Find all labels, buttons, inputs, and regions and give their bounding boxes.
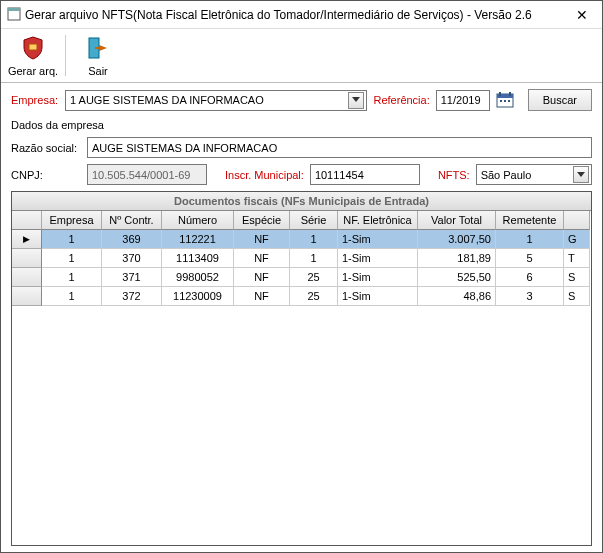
table-cell[interactable]: 1: [496, 230, 564, 249]
table-cell[interactable]: S: [564, 287, 590, 306]
empresa-combo[interactable]: 1 AUGE SISTEMAS DA INFORMACAO: [65, 90, 367, 111]
content-area: Empresa: 1 AUGE SISTEMAS DA INFORMACAO R…: [1, 83, 602, 552]
main-window: Gerar arquivo NFTS(Nota Fiscal Eletrônic…: [0, 0, 603, 553]
column-header[interactable]: Remetente: [496, 211, 564, 230]
row-header[interactable]: [12, 287, 42, 306]
table-cell[interactable]: 112221: [162, 230, 234, 249]
grid-title: Documentos fiscais (NFs Municipais de En…: [12, 192, 591, 211]
table-cell[interactable]: 1-Sim: [338, 287, 418, 306]
column-header[interactable]: Número: [162, 211, 234, 230]
table-cell[interactable]: G: [564, 230, 590, 249]
row-header[interactable]: [12, 249, 42, 268]
svg-rect-10: [504, 100, 506, 102]
shield-icon: [20, 35, 46, 63]
table-cell[interactable]: 1: [42, 249, 102, 268]
nfts-combo-value: São Paulo: [481, 169, 532, 181]
svg-rect-7: [499, 92, 501, 96]
svg-rect-2: [29, 44, 37, 50]
table-cell[interactable]: NF: [234, 268, 290, 287]
table-cell[interactable]: 525,50: [418, 268, 496, 287]
referencia-label: Referência:: [373, 94, 429, 106]
svg-rect-9: [500, 100, 502, 102]
razao-social-input[interactable]: AUGE SISTEMAS DA INFORMACAO: [87, 137, 592, 158]
data-grid[interactable]: EmpresaNº Contr.NúmeroEspécieSérieNF. El…: [12, 211, 591, 306]
empresa-combo-value: 1 AUGE SISTEMAS DA INFORMACAO: [70, 94, 264, 106]
table-cell[interactable]: NF: [234, 249, 290, 268]
table-cell[interactable]: 1: [42, 287, 102, 306]
inscr-label: Inscr. Municipal:: [225, 169, 304, 181]
table-cell[interactable]: 1-Sim: [338, 249, 418, 268]
referencia-input[interactable]: 11/2019: [436, 90, 490, 111]
table-cell[interactable]: 5: [496, 249, 564, 268]
table-cell[interactable]: 25: [290, 268, 338, 287]
table-cell[interactable]: 1: [42, 230, 102, 249]
table-cell[interactable]: 181,89: [418, 249, 496, 268]
table-cell[interactable]: 6: [496, 268, 564, 287]
table-cell[interactable]: 25: [290, 287, 338, 306]
column-header[interactable]: Nº Contr.: [102, 211, 162, 230]
svg-rect-8: [509, 92, 511, 96]
grid-container: Documentos fiscais (NFs Municipais de En…: [11, 191, 592, 546]
razao-label: Razão social:: [11, 142, 81, 154]
column-header[interactable]: [12, 211, 42, 230]
table-cell[interactable]: 370: [102, 249, 162, 268]
sair-button[interactable]: Sair: [70, 31, 126, 80]
table-cell[interactable]: 11230009: [162, 287, 234, 306]
titlebar: Gerar arquivo NFTS(Nota Fiscal Eletrônic…: [1, 1, 602, 29]
table-cell[interactable]: S: [564, 268, 590, 287]
exit-icon: [85, 35, 111, 63]
close-button[interactable]: ✕: [568, 3, 596, 27]
cnpj-label: CNPJ:: [11, 169, 81, 181]
empresa-label: Empresa:: [11, 94, 59, 106]
inscr-municipal-input[interactable]: 10111454: [310, 164, 420, 185]
svg-rect-11: [508, 100, 510, 102]
svg-rect-4: [95, 47, 101, 49]
table-cell[interactable]: 371: [102, 268, 162, 287]
toolbar: Gerar arq. Sair: [1, 29, 602, 83]
table-cell[interactable]: 9980052: [162, 268, 234, 287]
gerar-arquivo-button[interactable]: Gerar arq.: [5, 31, 61, 80]
column-header[interactable]: NF. Eletrônica: [338, 211, 418, 230]
table-cell[interactable]: 1113409: [162, 249, 234, 268]
table-cell[interactable]: 1: [290, 249, 338, 268]
table-cell[interactable]: 1: [42, 268, 102, 287]
column-header[interactable]: Série: [290, 211, 338, 230]
nfts-combo[interactable]: São Paulo: [476, 164, 592, 185]
chevron-down-icon: [348, 92, 364, 109]
nfts-label: NFTS:: [438, 169, 470, 181]
svg-rect-1: [8, 8, 20, 11]
table-cell[interactable]: 1: [290, 230, 338, 249]
table-cell[interactable]: T: [564, 249, 590, 268]
table-cell[interactable]: 3: [496, 287, 564, 306]
column-header[interactable]: [564, 211, 590, 230]
column-header[interactable]: Espécie: [234, 211, 290, 230]
table-cell[interactable]: NF: [234, 230, 290, 249]
row-header[interactable]: ▶: [12, 230, 42, 249]
gerar-label: Gerar arq.: [8, 65, 58, 77]
chevron-down-icon: [573, 166, 589, 183]
app-icon: [7, 7, 21, 23]
table-cell[interactable]: 1-Sim: [338, 268, 418, 287]
cnpj-input: 10.505.544/0001-69: [87, 164, 207, 185]
table-cell[interactable]: NF: [234, 287, 290, 306]
column-header[interactable]: Valor Total: [418, 211, 496, 230]
row-header[interactable]: [12, 268, 42, 287]
sair-label: Sair: [88, 65, 108, 77]
toolbar-separator: [65, 35, 66, 76]
table-cell[interactable]: 369: [102, 230, 162, 249]
window-title: Gerar arquivo NFTS(Nota Fiscal Eletrônic…: [25, 8, 568, 22]
column-header[interactable]: Empresa: [42, 211, 102, 230]
dados-empresa-label: Dados da empresa: [11, 119, 592, 131]
table-cell[interactable]: 372: [102, 287, 162, 306]
calendar-icon[interactable]: [496, 91, 514, 109]
table-cell[interactable]: 48,86: [418, 287, 496, 306]
table-cell[interactable]: 3.007,50: [418, 230, 496, 249]
buscar-button[interactable]: Buscar: [528, 89, 592, 111]
table-cell[interactable]: 1-Sim: [338, 230, 418, 249]
